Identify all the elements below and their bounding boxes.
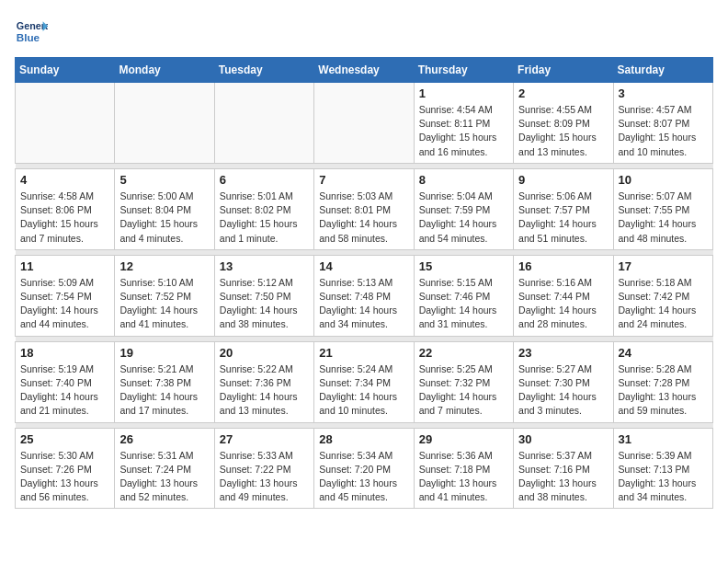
column-header-wednesday: Wednesday (314, 58, 414, 83)
day-info: Sunrise: 5:10 AM Sunset: 7:52 PM Dayligh… (119, 276, 209, 332)
calendar-cell: 1Sunrise: 4:54 AM Sunset: 8:11 PM Daylig… (414, 83, 513, 164)
day-number: 26 (119, 432, 209, 446)
day-number: 28 (319, 432, 408, 446)
calendar-cell (314, 83, 414, 164)
calendar-cell: 30Sunrise: 5:37 AM Sunset: 7:16 PM Dayli… (514, 428, 613, 509)
day-info: Sunrise: 5:06 AM Sunset: 7:57 PM Dayligh… (518, 190, 608, 246)
day-info: Sunrise: 5:13 AM Sunset: 7:48 PM Dayligh… (319, 276, 408, 332)
day-info: Sunrise: 5:27 AM Sunset: 7:30 PM Dayligh… (518, 362, 608, 419)
day-number: 10 (619, 173, 708, 187)
day-info: Sunrise: 5:21 AM Sunset: 7:38 PM Dayligh… (119, 362, 209, 419)
calendar-week-row: 11Sunrise: 5:09 AM Sunset: 7:54 PM Dayli… (16, 255, 713, 336)
day-info: Sunrise: 5:33 AM Sunset: 7:22 PM Dayligh… (220, 449, 309, 505)
logo-icon: General Blue (15, 15, 48, 48)
day-number: 29 (419, 432, 508, 446)
calendar-cell: 5Sunrise: 5:00 AM Sunset: 8:04 PM Daylig… (115, 168, 214, 249)
day-number: 24 (619, 346, 708, 360)
calendar-cell: 22Sunrise: 5:25 AM Sunset: 7:32 PM Dayli… (414, 341, 513, 422)
calendar-cell: 10Sunrise: 5:07 AM Sunset: 7:55 PM Dayli… (613, 168, 712, 249)
day-info: Sunrise: 5:16 AM Sunset: 7:44 PM Dayligh… (518, 276, 608, 332)
day-number: 27 (220, 432, 309, 446)
calendar-cell: 28Sunrise: 5:34 AM Sunset: 7:20 PM Dayli… (314, 428, 414, 509)
logo: General Blue (15, 15, 48, 48)
day-number: 30 (518, 432, 608, 446)
svg-text:Blue: Blue (17, 31, 40, 43)
calendar-cell: 15Sunrise: 5:15 AM Sunset: 7:46 PM Dayli… (414, 255, 513, 336)
day-info: Sunrise: 5:39 AM Sunset: 7:13 PM Dayligh… (619, 449, 708, 505)
day-number: 11 (20, 259, 109, 273)
calendar-week-row: 25Sunrise: 5:30 AM Sunset: 7:26 PM Dayli… (16, 428, 713, 509)
day-info: Sunrise: 5:25 AM Sunset: 7:32 PM Dayligh… (419, 362, 508, 419)
calendar-cell: 2Sunrise: 4:55 AM Sunset: 8:09 PM Daylig… (514, 83, 613, 164)
day-number: 2 (518, 86, 608, 100)
page-header: General Blue (15, 15, 713, 48)
day-number: 22 (419, 346, 508, 360)
column-header-thursday: Thursday (414, 58, 513, 83)
day-number: 13 (220, 259, 309, 273)
calendar-cell: 18Sunrise: 5:19 AM Sunset: 7:40 PM Dayli… (16, 341, 115, 422)
calendar-cell: 27Sunrise: 5:33 AM Sunset: 7:22 PM Dayli… (214, 428, 313, 509)
column-header-sunday: Sunday (16, 58, 115, 83)
calendar-cell: 17Sunrise: 5:18 AM Sunset: 7:42 PM Dayli… (613, 255, 712, 336)
day-info: Sunrise: 5:07 AM Sunset: 7:55 PM Dayligh… (619, 190, 708, 246)
day-info: Sunrise: 5:01 AM Sunset: 8:02 PM Dayligh… (220, 190, 309, 246)
calendar-week-row: 1Sunrise: 4:54 AM Sunset: 8:11 PM Daylig… (16, 83, 713, 164)
calendar-cell: 11Sunrise: 5:09 AM Sunset: 7:54 PM Dayli… (16, 255, 115, 336)
day-info: Sunrise: 5:37 AM Sunset: 7:16 PM Dayligh… (518, 449, 608, 505)
calendar-cell: 9Sunrise: 5:06 AM Sunset: 7:57 PM Daylig… (514, 168, 613, 249)
day-number: 15 (419, 259, 508, 273)
column-header-saturday: Saturday (613, 58, 712, 83)
day-info: Sunrise: 5:28 AM Sunset: 7:28 PM Dayligh… (619, 362, 708, 419)
calendar-week-row: 4Sunrise: 4:58 AM Sunset: 8:06 PM Daylig… (16, 168, 713, 249)
day-info: Sunrise: 5:36 AM Sunset: 7:18 PM Dayligh… (419, 449, 508, 505)
day-number: 14 (319, 259, 408, 273)
day-number: 19 (119, 346, 209, 360)
day-number: 16 (518, 259, 608, 273)
day-info: Sunrise: 5:04 AM Sunset: 7:59 PM Dayligh… (419, 190, 508, 246)
day-number: 7 (319, 173, 408, 187)
calendar-cell: 8Sunrise: 5:04 AM Sunset: 7:59 PM Daylig… (414, 168, 513, 249)
calendar-cell: 12Sunrise: 5:10 AM Sunset: 7:52 PM Dayli… (115, 255, 214, 336)
calendar-cell: 4Sunrise: 4:58 AM Sunset: 8:06 PM Daylig… (16, 168, 115, 249)
day-info: Sunrise: 4:57 AM Sunset: 8:07 PM Dayligh… (619, 103, 708, 159)
calendar-cell: 13Sunrise: 5:12 AM Sunset: 7:50 PM Dayli… (214, 255, 313, 336)
day-number: 31 (619, 432, 708, 446)
column-header-tuesday: Tuesday (214, 58, 313, 83)
day-info: Sunrise: 5:34 AM Sunset: 7:20 PM Dayligh… (319, 449, 408, 505)
calendar-table: SundayMondayTuesdayWednesdayThursdayFrid… (15, 57, 713, 509)
day-number: 21 (319, 346, 408, 360)
calendar-cell: 6Sunrise: 5:01 AM Sunset: 8:02 PM Daylig… (214, 168, 313, 249)
day-info: Sunrise: 5:03 AM Sunset: 8:01 PM Dayligh… (319, 190, 408, 246)
day-info: Sunrise: 5:09 AM Sunset: 7:54 PM Dayligh… (20, 276, 109, 332)
day-info: Sunrise: 5:22 AM Sunset: 7:36 PM Dayligh… (220, 362, 309, 419)
calendar-cell: 3Sunrise: 4:57 AM Sunset: 8:07 PM Daylig… (613, 83, 712, 164)
calendar-cell (214, 83, 313, 164)
column-header-monday: Monday (115, 58, 214, 83)
day-info: Sunrise: 5:00 AM Sunset: 8:04 PM Dayligh… (119, 190, 209, 246)
day-info: Sunrise: 4:55 AM Sunset: 8:09 PM Dayligh… (518, 103, 608, 159)
calendar-cell: 14Sunrise: 5:13 AM Sunset: 7:48 PM Dayli… (314, 255, 414, 336)
column-header-friday: Friday (514, 58, 613, 83)
day-number: 23 (518, 346, 608, 360)
day-number: 3 (619, 86, 708, 100)
calendar-cell: 23Sunrise: 5:27 AM Sunset: 7:30 PM Dayli… (514, 341, 613, 422)
calendar-cell: 24Sunrise: 5:28 AM Sunset: 7:28 PM Dayli… (613, 341, 712, 422)
calendar-cell: 31Sunrise: 5:39 AM Sunset: 7:13 PM Dayli… (613, 428, 712, 509)
calendar-cell: 25Sunrise: 5:30 AM Sunset: 7:26 PM Dayli… (16, 428, 115, 509)
day-info: Sunrise: 4:58 AM Sunset: 8:06 PM Dayligh… (20, 190, 109, 246)
calendar-cell: 7Sunrise: 5:03 AM Sunset: 8:01 PM Daylig… (314, 168, 414, 249)
day-number: 5 (119, 173, 209, 187)
calendar-cell: 26Sunrise: 5:31 AM Sunset: 7:24 PM Dayli… (115, 428, 214, 509)
calendar-week-row: 18Sunrise: 5:19 AM Sunset: 7:40 PM Dayli… (16, 341, 713, 422)
day-number: 4 (20, 173, 109, 187)
day-info: Sunrise: 4:54 AM Sunset: 8:11 PM Dayligh… (419, 103, 508, 159)
day-number: 18 (20, 346, 109, 360)
calendar-cell: 29Sunrise: 5:36 AM Sunset: 7:18 PM Dayli… (414, 428, 513, 509)
calendar-cell: 20Sunrise: 5:22 AM Sunset: 7:36 PM Dayli… (214, 341, 313, 422)
day-info: Sunrise: 5:19 AM Sunset: 7:40 PM Dayligh… (20, 362, 109, 419)
day-number: 12 (119, 259, 209, 273)
day-number: 1 (419, 86, 508, 100)
day-info: Sunrise: 5:30 AM Sunset: 7:26 PM Dayligh… (20, 449, 109, 505)
day-info: Sunrise: 5:31 AM Sunset: 7:24 PM Dayligh… (119, 449, 209, 505)
calendar-cell: 16Sunrise: 5:16 AM Sunset: 7:44 PM Dayli… (514, 255, 613, 336)
